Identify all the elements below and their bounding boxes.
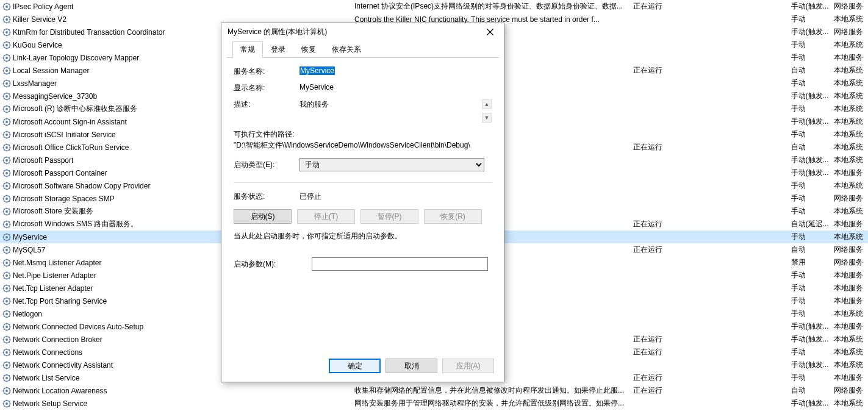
svg-point-311 bbox=[5, 402, 8, 405]
tab-recovery[interactable]: 恢复 bbox=[293, 41, 324, 58]
service-row[interactable]: Network Setup Service网络安装服务用于管理网络驱动程序的安装… bbox=[0, 397, 868, 410]
gear-icon bbox=[2, 374, 11, 382]
service-status bbox=[631, 192, 789, 205]
service-name: Microsoft Windows SMS 路由器服务。 bbox=[13, 219, 138, 229]
service-row[interactable]: IPsec Policy AgentInternet 协议安全(IPsec)支持… bbox=[0, 0, 868, 13]
service-status: 正在运行 bbox=[631, 371, 789, 384]
gear-icon bbox=[2, 15, 11, 24]
service-status bbox=[631, 397, 789, 410]
service-name: Network Connectivity Assistant bbox=[13, 361, 113, 370]
service-name: LxssManager bbox=[13, 79, 57, 88]
service-name: Network Connections bbox=[13, 348, 82, 357]
tab-bar: 常规 登录 恢复 依存关系 bbox=[226, 41, 499, 58]
arrow-up-icon[interactable]: ▲ bbox=[482, 99, 492, 109]
svg-point-181 bbox=[5, 236, 8, 238]
service-logon: 网络服务 bbox=[831, 26, 868, 38]
service-name: MessagingService_3730b bbox=[13, 92, 97, 101]
service-name: Network Connection Broker bbox=[13, 335, 102, 344]
service-status bbox=[631, 13, 789, 26]
svg-point-151 bbox=[5, 198, 8, 200]
label-service-status: 服务状态: bbox=[234, 191, 299, 202]
gear-icon bbox=[2, 297, 11, 306]
service-logon: 网络服务 bbox=[831, 256, 868, 269]
service-status bbox=[631, 128, 789, 141]
tab-dependencies[interactable]: 依存关系 bbox=[324, 41, 369, 58]
service-name: Network Setup Service bbox=[13, 399, 87, 408]
service-startup: 禁用 bbox=[789, 256, 831, 269]
svg-point-121 bbox=[5, 159, 8, 162]
startup-params-hint: 当从此处启动服务时，你可指定所适用的启动参数。 bbox=[234, 231, 492, 241]
ok-button[interactable]: 确定 bbox=[329, 359, 381, 373]
gear-icon bbox=[2, 66, 11, 75]
arrow-down-icon[interactable]: ▼ bbox=[482, 113, 492, 123]
description-box[interactable]: 我的服务 ▲ ▼ bbox=[299, 99, 492, 123]
service-logon: 网络服务 bbox=[831, 384, 868, 397]
gear-icon bbox=[2, 143, 11, 152]
svg-point-1 bbox=[5, 5, 8, 8]
service-startup: 手动 bbox=[789, 269, 831, 282]
service-name: MyService bbox=[13, 233, 47, 241]
gear-icon bbox=[2, 335, 11, 344]
service-description: 收集和存储网络的配置信息，并在此信息被修改时向程序发出通知。如果停止此服... bbox=[352, 384, 631, 397]
cancel-button[interactable]: 取消 bbox=[386, 359, 437, 373]
service-row[interactable]: Network Location Awareness收集和存储网络的配置信息，并… bbox=[0, 384, 868, 397]
service-startup: 手动(触发... bbox=[789, 397, 831, 410]
gear-icon bbox=[2, 233, 11, 241]
svg-point-271 bbox=[5, 351, 8, 354]
label-startup-type: 启动类型(E): bbox=[234, 160, 299, 170]
tab-general[interactable]: 常规 bbox=[232, 41, 263, 58]
service-logon: 本地系统 bbox=[831, 102, 868, 115]
service-startup: 手动 bbox=[789, 371, 831, 384]
service-name: Link-Layer Topology Discovery Mapper bbox=[13, 54, 139, 62]
gear-icon bbox=[2, 41, 11, 49]
gear-icon bbox=[2, 323, 11, 331]
value-description: 我的服务 bbox=[299, 100, 329, 109]
gear-icon bbox=[2, 92, 11, 101]
gear-icon bbox=[2, 130, 11, 139]
service-startup: 手动 bbox=[789, 231, 831, 243]
service-description: Internet 协议安全(IPsec)支持网络级别的对等身份验证、数据原始身份… bbox=[352, 0, 631, 13]
start-button[interactable]: 启动(S) bbox=[234, 209, 292, 224]
service-status: 正在运行 bbox=[631, 64, 789, 77]
svg-point-301 bbox=[5, 390, 8, 392]
service-name: Net.Tcp Port Sharing Service bbox=[13, 297, 107, 306]
gear-icon bbox=[2, 28, 11, 37]
gear-icon bbox=[2, 284, 11, 293]
service-status bbox=[631, 231, 789, 243]
service-status: 正在运行 bbox=[631, 141, 789, 154]
service-startup: 手动 bbox=[789, 102, 831, 115]
service-name: Microsoft Storage Spaces SMP bbox=[13, 195, 115, 203]
service-startup: 手动(触发... bbox=[789, 320, 831, 333]
service-name: Netlogon bbox=[13, 310, 42, 318]
service-startup: 手动 bbox=[789, 307, 831, 320]
service-startup: 手动(触发... bbox=[789, 154, 831, 166]
service-name: Microsoft iSCSI Initiator Service bbox=[13, 130, 116, 139]
gear-icon bbox=[2, 2, 11, 11]
service-status bbox=[631, 256, 789, 269]
label-service-name: 服务名称: bbox=[234, 66, 299, 77]
svg-point-131 bbox=[5, 172, 8, 174]
svg-point-101 bbox=[5, 134, 8, 136]
startup-type-select[interactable]: 手动 bbox=[299, 158, 484, 171]
tab-logon[interactable]: 登录 bbox=[263, 41, 293, 58]
close-icon bbox=[487, 29, 493, 35]
service-status: 正在运行 bbox=[631, 0, 789, 13]
service-startup: 手动 bbox=[789, 77, 831, 90]
value-service-name[interactable]: MyService bbox=[299, 66, 335, 75]
service-startup: 手动(触发... bbox=[789, 166, 831, 179]
dialog-titlebar[interactable]: MyService 的属性(本地计算机) bbox=[221, 23, 504, 41]
description-scrollbar[interactable]: ▲ ▼ bbox=[482, 99, 492, 123]
value-display-name: MyService bbox=[299, 83, 492, 91]
service-startup: 手动 bbox=[789, 346, 831, 359]
gear-icon bbox=[2, 271, 11, 280]
start-params-input[interactable] bbox=[312, 257, 488, 271]
close-button[interactable] bbox=[476, 23, 504, 41]
service-logon: 本地服务 bbox=[831, 371, 868, 384]
service-name: Microsoft Passport bbox=[13, 156, 73, 165]
svg-point-91 bbox=[5, 121, 8, 123]
value-service-status: 已停止 bbox=[299, 191, 492, 202]
svg-point-21 bbox=[5, 31, 8, 34]
service-logon: 本地系统 bbox=[831, 154, 868, 166]
service-name: Local Session Manager bbox=[13, 66, 89, 75]
service-status bbox=[631, 115, 789, 128]
